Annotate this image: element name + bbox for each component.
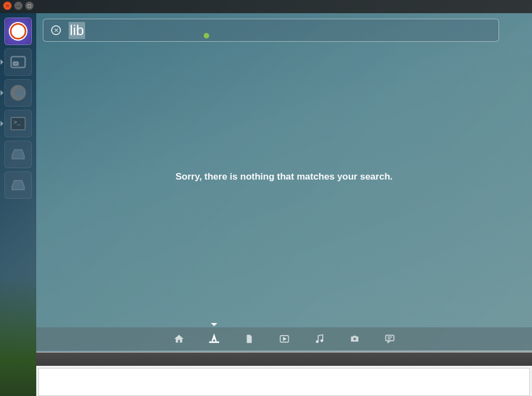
minimize-button[interactable]: ─ xyxy=(14,2,23,10)
background-window-titlebar[interactable] xyxy=(36,353,532,366)
files-icon xyxy=(9,53,27,71)
music-icon xyxy=(314,333,325,344)
drive-icon xyxy=(9,145,27,164)
search-bar[interactable]: ✕ lib xyxy=(43,19,499,42)
window-controls: ✕ ─ □ xyxy=(3,2,33,10)
no-results-message: Sorry, there is nothing that matches you… xyxy=(176,171,393,182)
firefox-icon xyxy=(9,83,27,102)
launcher-dash-button[interactable] xyxy=(4,18,32,45)
terminal-icon: >_ xyxy=(9,114,27,133)
titlebar xyxy=(0,0,532,13)
lens-video[interactable] xyxy=(278,333,290,345)
launcher-drive-2[interactable] xyxy=(4,171,32,199)
drive-icon xyxy=(9,176,27,194)
lens-bar xyxy=(36,327,532,350)
launcher-drive-1[interactable] xyxy=(4,141,32,168)
clear-search-button[interactable]: ✕ xyxy=(51,25,61,35)
applications-icon xyxy=(208,333,220,345)
svg-point-9 xyxy=(353,338,356,341)
lens-social[interactable] xyxy=(384,333,396,345)
camera-icon xyxy=(349,333,361,344)
svg-rect-5 xyxy=(209,342,219,343)
video-icon xyxy=(279,333,290,344)
background-window[interactable] xyxy=(36,352,532,396)
launcher-terminal[interactable]: >_ xyxy=(4,110,32,137)
ubuntu-logo-icon xyxy=(9,22,27,41)
svg-point-8 xyxy=(321,340,322,342)
notification-indicator-icon xyxy=(204,33,209,38)
svg-text:>_: >_ xyxy=(14,119,21,125)
launcher: >_ xyxy=(0,13,36,396)
svg-rect-1 xyxy=(14,62,19,65)
lens-music[interactable] xyxy=(313,333,326,345)
launcher-files[interactable] xyxy=(4,48,32,76)
chat-icon xyxy=(384,333,395,344)
results-area: Sorry, there is nothing that matches you… xyxy=(36,52,532,324)
lens-applications[interactable] xyxy=(208,333,220,345)
search-input[interactable]: lib xyxy=(69,22,85,39)
launcher-firefox[interactable] xyxy=(4,79,32,107)
lens-home[interactable] xyxy=(173,333,185,345)
home-icon xyxy=(173,333,184,344)
maximize-button[interactable]: □ xyxy=(25,2,33,10)
background-window-content xyxy=(38,368,530,396)
lens-files[interactable] xyxy=(243,333,255,345)
document-icon xyxy=(244,333,254,344)
dash-overlay: ✕ lib Sorry, there is nothing that match… xyxy=(36,13,532,350)
svg-point-7 xyxy=(316,341,318,342)
lens-photos[interactable] xyxy=(349,333,361,345)
svg-rect-10 xyxy=(385,335,394,341)
close-button[interactable]: ✕ xyxy=(3,2,12,10)
